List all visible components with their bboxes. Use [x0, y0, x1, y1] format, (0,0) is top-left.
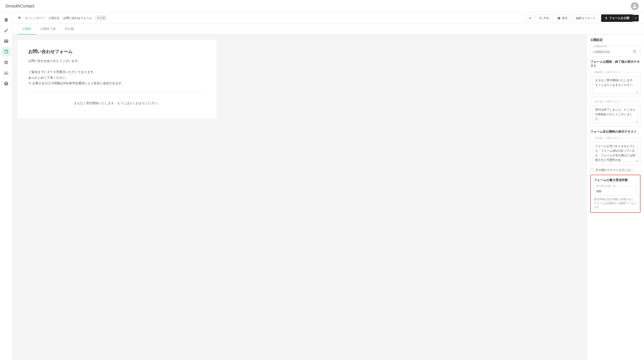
private-text-legend: 「非公開」の表示テキスト [592, 136, 623, 140]
sidebar [0, 12, 12, 360]
max-submissions-fieldset: 最大受信件数（件） [594, 184, 637, 195]
toolbar-actions: 共有 保存 編集をリセット フォームを公開 ▾ [527, 14, 639, 22]
save-icon [557, 17, 560, 20]
tab-before-publish[interactable]: 公開前 [18, 24, 36, 35]
play-icon [529, 17, 532, 20]
form-card: お問い合わせフォーム お問い合わせありがとうございます。 ご返信までに３〜４営業… [18, 40, 216, 119]
breadcrumb: / ダッシュボード / 公開設定 / お問い合わせフォーム 非公開 [18, 16, 107, 21]
app-logo[interactable]: SmoothContact [5, 4, 34, 9]
max-submissions-title: フォームの最大受信件数 [594, 178, 637, 182]
before-text-legend: ［開始前］の表示テキスト [592, 71, 623, 74]
form-preview-message: まもなく受付開始いたします。もうしばらくおまちください。 [28, 97, 206, 110]
tabs-bar: 公開前 公開終了後 非公開 [12, 24, 644, 35]
before-text-field: ［開始前］の表示テキスト [590, 71, 640, 97]
reset-button[interactable]: 編集をリセット [572, 14, 599, 22]
breadcrumb-sep-3: / [61, 16, 62, 20]
mail-icon [4, 39, 8, 44]
form-divider [28, 91, 206, 92]
sidebar-item-calendar[interactable] [1, 47, 11, 57]
publish-dropdown-button[interactable]: ▾ [633, 15, 639, 22]
save-button[interactable]: 保存 [554, 14, 571, 22]
upload-icon [605, 17, 608, 20]
before-text-input[interactable] [593, 76, 638, 94]
after-text-input[interactable] [593, 106, 638, 123]
users-icon [4, 71, 8, 75]
form-title: お問い合わせフォーム [28, 49, 206, 55]
publish-settings-title: 公開設定 [590, 38, 640, 42]
share-label: 共有 [543, 16, 549, 20]
private-section-title: フォーム非公開時の表示テキスト [590, 130, 640, 134]
calendar-icon [4, 49, 8, 54]
share-button[interactable]: 共有 [536, 14, 552, 22]
max-submissions-input[interactable] [596, 190, 634, 193]
start-datetime-field: 公開開始日時 [590, 45, 640, 56]
breadcrumb-sep-2: / [46, 16, 47, 20]
sidebar-item-layers[interactable] [1, 15, 11, 25]
start-datetime-input[interactable] [593, 49, 638, 54]
hide-private-text-checkbox[interactable] [590, 168, 594, 172]
breadcrumb-item-dashboard[interactable]: ダッシュボード [25, 16, 45, 20]
calendar-input-icon [633, 50, 636, 54]
publish-main-button[interactable]: フォームを公開 [601, 14, 633, 22]
form-description: お問い合わせありがとうございます。 ご返信までに３〜４営業日いただいております。… [28, 58, 206, 86]
max-submissions-section: フォームの最大受信件数 最大受信件数（件） 受信件数が設定件数に到達すると、フォ… [590, 175, 640, 213]
sidebar-item-edit[interactable] [1, 26, 11, 35]
logo-suffix: Contact [20, 4, 34, 9]
start-datetime-input-wrapper [593, 49, 638, 54]
home-icon [18, 16, 21, 20]
chevron-down-icon: ▾ [635, 17, 636, 20]
before-after-section-title: フォーム公開前・終了後の表示テキスト [590, 60, 640, 68]
after-text-field: ［終了後］の表示テキスト [590, 100, 640, 126]
person-icon [632, 4, 637, 9]
hide-private-text-row: 非公開のテキストを示しない [590, 168, 640, 172]
sidebar-item-help[interactable] [1, 79, 11, 89]
sidebar-item-users[interactable] [1, 68, 11, 78]
tab-after-publish[interactable]: 公開終了後 [36, 24, 60, 35]
publish-label: フォームを公開 [609, 16, 629, 20]
start-datetime-legend: 公開開始日時 [592, 45, 608, 48]
reset-label: 編集をリセット [576, 16, 596, 20]
help-icon [4, 81, 8, 86]
max-submissions-hint: 受信件数が設定件数に到達すると、フォームは自動的に公開終了となります [594, 197, 637, 209]
status-badge: 非公開 [95, 16, 107, 21]
layers-icon [4, 18, 8, 22]
save-label: 保存 [562, 16, 568, 20]
main-content: / ダッシュボード / 公開設定 / お問い合わせフォーム 非公開 共有 保存 [12, 12, 644, 360]
breadcrumb-item-form: お問い合わせフォーム [63, 16, 92, 20]
right-panel: 公開設定 公開開始日時 フォーム公開前・終了後の表示テキスト [586, 35, 644, 360]
private-text-field: 「非公開」の表示テキスト [590, 136, 640, 165]
breadcrumb-item-settings[interactable]: 公開設定 [48, 16, 60, 20]
after-text-legend: ［終了後］の表示テキスト [592, 100, 623, 103]
hide-private-text-label: 非公開のテキストを示しない [596, 168, 633, 172]
edit-icon [4, 28, 8, 33]
header: SmoothContact [0, 0, 644, 12]
max-submissions-legend: 最大受信件数（件） [596, 184, 619, 188]
preview-button[interactable] [527, 15, 534, 22]
breadcrumb-sep-1: / [22, 16, 24, 20]
tab-private[interactable]: 非公開 [60, 24, 78, 35]
logo-prefix: Smooth [5, 4, 20, 9]
sidebar-item-settings[interactable] [1, 58, 11, 67]
user-avatar[interactable] [631, 2, 639, 10]
toolbar: / ダッシュボード / 公開設定 / お問い合わせフォーム 非公開 共有 保存 [12, 12, 644, 24]
share-icon [539, 17, 542, 20]
private-text-input[interactable] [593, 142, 638, 162]
publish-button-group: フォームを公開 ▾ [601, 14, 639, 22]
page-body: お問い合わせフォーム お問い合わせありがとうございます。 ご返信までに３〜４営業… [12, 35, 644, 360]
gear-icon [4, 60, 8, 65]
sidebar-item-mail[interactable] [1, 36, 11, 46]
form-preview-area: お問い合わせフォーム お問い合わせありがとうございます。 ご返信までに３〜４営業… [12, 35, 586, 360]
